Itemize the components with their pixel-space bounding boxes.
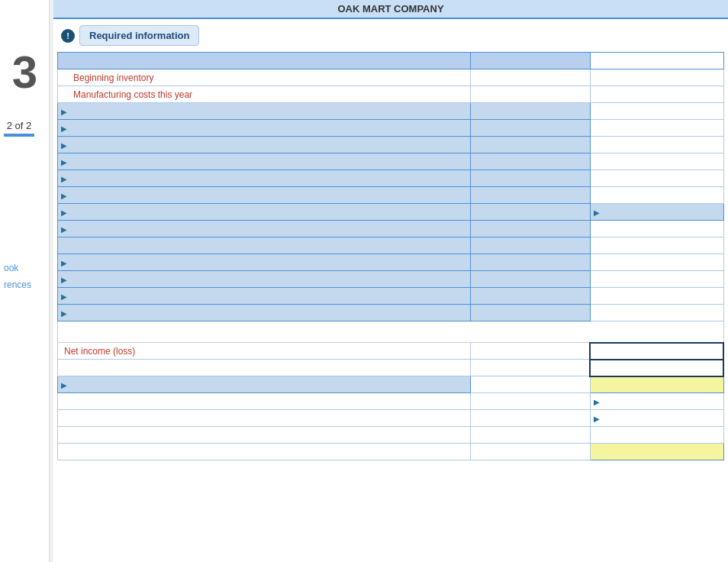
table-row: ▶ [58,305,724,321]
left-sidebar: 3 2 of 2 ook rences [0,0,50,562]
references-link[interactable]: rences [0,276,50,293]
arrow-row-mid[interactable] [470,103,590,120]
data-table: Beginning inventory Manufacturing costs … [57,52,724,460]
arrow-row-val[interactable] [590,153,723,170]
beginning-inventory-val[interactable] [590,69,723,86]
beginning-inventory-mid[interactable] [470,69,590,86]
info-icon: ! [61,29,75,43]
arrow-row-cell[interactable]: ▶ [58,254,471,271]
required-info-label: Required information [89,30,189,41]
header-cell [590,53,723,69]
highlight-bottom-val[interactable] [590,444,723,460]
arrow-row-cell[interactable]: ▶ [58,120,471,137]
table-row [58,237,724,254]
arrow-row-val[interactable] [590,221,723,237]
arrow-row-val[interactable] [590,170,723,187]
plain-line-label[interactable] [58,427,471,444]
table-row [58,444,724,460]
header-cell [470,53,590,69]
table-row [58,360,724,376]
arrow-row-cell[interactable]: ▶ [58,221,471,237]
highlight-bottom-mid[interactable] [470,444,590,460]
highlight-arrow-val[interactable] [590,376,723,393]
plain2-label[interactable] [58,393,471,410]
arrow-row-cell[interactable]: ▶ [58,288,471,305]
arrow-row-cell[interactable]: ▶ [58,103,471,120]
table-row: Beginning inventory [58,69,724,86]
arrow-row-mid[interactable] [470,254,590,271]
empty-space-cell [58,321,724,343]
arrow-row-mid[interactable] [470,187,590,204]
highlight-arrow-mid[interactable] [470,376,590,393]
table-row: Manufacturing costs this year [58,86,724,103]
arrow-row-mid[interactable] [470,288,590,305]
plain2-val[interactable]: ▶ [590,393,723,410]
arrow-row-cell[interactable]: ▶ [58,204,471,221]
bold-input-mid[interactable] [470,360,590,376]
table-row: ▶ [58,137,724,153]
plain-blue-val[interactable] [590,237,723,254]
header-cell [58,53,471,69]
table-row: ▶ [58,221,724,237]
plain-line-mid[interactable] [470,427,590,444]
end-blue-val[interactable] [590,305,723,321]
company-name: OAK MART COMPANY [337,3,443,15]
manufacturing-costs-label: Manufacturing costs this year [58,86,471,103]
arrow-row-cell[interactable]: ▶ [58,153,471,170]
arrow-row-mid[interactable] [470,153,590,170]
highlight-bottom-label[interactable] [58,444,471,460]
arrow-row-mid[interactable] [470,221,590,237]
arrow-row-val[interactable] [590,120,723,137]
table-row: ▶ [58,103,724,120]
net-income-val[interactable] [590,343,723,360]
bold-input-label[interactable] [58,360,471,376]
table-row: ▶ [58,170,724,187]
arrow-row-val[interactable] [590,187,723,204]
manufacturing-costs-val[interactable] [590,86,723,103]
table-row [58,321,724,343]
arrow-right2-val[interactable]: ▶ [590,410,723,427]
arrow-row-val[interactable] [590,103,723,120]
arrow-row-val[interactable] [590,254,723,271]
arrow-row-right-val[interactable]: ▶ [590,204,723,221]
spreadsheet-container[interactable]: Beginning inventory Manufacturing costs … [53,52,728,553]
net-income-row: Net income (loss) [58,343,724,360]
plain2-mid[interactable] [470,393,590,410]
plain-line-val[interactable] [590,427,723,444]
book-link[interactable]: ook [0,260,50,276]
table-row: ▶ [58,288,724,305]
plain-blue-cell[interactable] [58,237,471,254]
table-row: ▶ [58,271,724,288]
end-blue-mid[interactable] [470,305,590,321]
arrow-right2-mid[interactable] [470,410,590,427]
arrow-row-cell[interactable]: ▶ [58,137,471,153]
arrow-row-val[interactable] [590,271,723,288]
arrow-right2-label[interactable] [58,410,471,427]
arrow-row-mid[interactable] [470,137,590,153]
arrow-row-mid[interactable] [470,170,590,187]
arrow-row-mid[interactable] [470,271,590,288]
table-row: ▶ ▶ [58,204,724,221]
table-row: ▶ [58,120,724,137]
arrow-row-cell[interactable]: ▶ [58,271,471,288]
arrow-row-cell[interactable]: ▶ [58,170,471,187]
arrow-row-cell[interactable]: ▶ [58,187,471,204]
page-big-number: 3 [0,46,50,99]
net-income-mid[interactable] [470,343,590,360]
progress-bar [4,134,34,137]
highlight-arrow-cell[interactable]: ▶ [58,376,471,393]
arrow-row-val[interactable] [590,288,723,305]
manufacturing-costs-mid[interactable] [470,86,590,103]
arrow-row-mid[interactable] [470,204,590,221]
required-info-banner: ! Required information [53,19,728,52]
arrow-row-val[interactable] [590,137,723,153]
table-row: ▶ [58,187,724,204]
plain-blue-mid[interactable] [470,237,590,254]
table-row: ▶ [58,153,724,170]
end-blue-cell[interactable]: ▶ [58,305,471,321]
table-row: ▶ [58,410,724,427]
net-income-label: Net income (loss) [58,343,471,360]
bold-input-val[interactable] [590,360,723,376]
arrow-row-mid[interactable] [470,120,590,137]
sidebar-links[interactable]: ook rences [0,260,50,293]
